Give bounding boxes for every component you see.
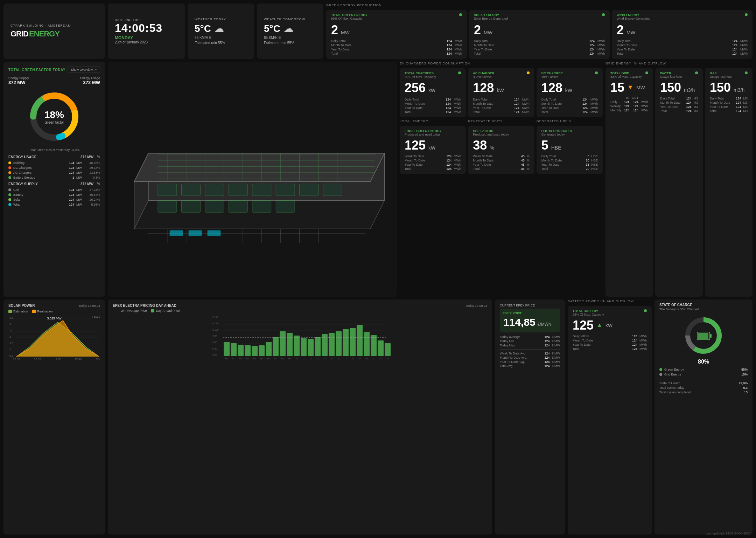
local-energy-section-title: LOCAL ENERGY	[400, 119, 466, 123]
hbe-factor-value: 38	[473, 138, 487, 152]
epex-price-unit: €/MWh	[538, 322, 551, 327]
gas-card: GAS Usage last hour 150 m3/h Daily Total…	[705, 68, 752, 297]
footer-last-updated: Last updated: 14:00 04-04-2023	[706, 532, 750, 535]
svg-rect-50	[189, 230, 202, 236]
usage-value: 372 MW	[80, 80, 100, 85]
svg-rect-105	[343, 329, 349, 356]
building-visual-panel	[108, 62, 397, 297]
epex-chart: € 147 € 120 € 100 € 80 € 60 € 40 € 20	[113, 315, 487, 361]
battery-dot	[8, 176, 11, 179]
local-green-energy-card: LOCAL GREEN ENERGY Produced and used tod…	[400, 126, 466, 174]
svg-text:00: 00	[225, 358, 228, 360]
svg-text:05: 05	[260, 358, 263, 360]
gas-value: 150	[710, 81, 731, 95]
svg-rect-98	[294, 336, 300, 356]
gas-unit: m3/h	[734, 87, 744, 93]
svg-text:1: 1	[9, 348, 11, 351]
svg-rect-104	[336, 331, 342, 356]
yesterday-result: Total Green Result Yesterday 93,2%	[8, 148, 100, 152]
wind-value: 2	[617, 24, 624, 36]
svg-text:04: 04	[253, 358, 256, 360]
solar-title: SOLAR ENERGY	[474, 13, 508, 17]
realisation-color	[32, 310, 36, 313]
svg-rect-51	[208, 230, 221, 236]
svg-text:€ 40: € 40	[212, 347, 217, 350]
svg-text:07:00: 07:00	[34, 358, 41, 361]
dc-charger-stats: Daily Total124MWh Month To Date124MWh Ye…	[541, 98, 598, 114]
total-grid-value: 15	[610, 81, 624, 95]
hbe-factor-stats: Week To Date45% Month To Date45% Year To…	[473, 154, 529, 171]
svg-rect-27	[205, 184, 224, 196]
hbe-cert-stats: Daily Total5HBE Month To Date10HBE Year …	[541, 154, 598, 171]
water-title: WATER	[660, 71, 682, 75]
svg-rect-31	[300, 184, 318, 196]
supply-wind: Wind 124 MW 5,95%	[8, 203, 100, 206]
day-label: MONDAY	[115, 35, 178, 40]
hbe-cert-section-title: GENERATED HBE'S	[537, 119, 603, 123]
weather-tomorrow-temp: 5°C ☁	[264, 23, 316, 34]
svg-rect-93	[259, 345, 265, 356]
svg-rect-30	[276, 184, 295, 196]
cycles-today-value: 0,3	[738, 386, 748, 389]
solar-legend: Estimation Realisation	[8, 310, 100, 313]
weather-today-title: WEATHER TODAY	[195, 18, 247, 21]
water-stats: Daily Total124M3 Month To Date124M3 Year…	[660, 97, 698, 113]
svg-rect-28	[229, 184, 248, 196]
tc-status-dot	[458, 71, 461, 74]
svg-marker-8	[134, 153, 385, 181]
water-card: WATER Usage last hour 150 m3/h Daily Tot…	[655, 68, 703, 297]
svg-text:0,5: 0,5	[9, 354, 14, 357]
svg-rect-111	[385, 343, 391, 356]
up-arrow-icon: ▲	[596, 322, 603, 329]
svg-rect-94	[266, 342, 272, 356]
down-arrow-icon: ▼	[627, 84, 634, 91]
legend-24h-avg: 24h Average Price	[113, 309, 147, 312]
svg-rect-90	[238, 345, 244, 356]
svg-text:19: 19	[358, 358, 361, 360]
svg-text:15: 15	[330, 358, 333, 360]
gas-stats: Daily Total124M3 Month To Date124M3 Year…	[710, 97, 748, 113]
green-factor-card: TOTAL GREEN FACTOR TODAY Show Overview ↗…	[4, 62, 105, 297]
svg-text:11: 11	[302, 358, 305, 360]
usage-dc-chargers: DC Chargers 124 MW 29,34%	[8, 166, 100, 170]
svg-text:3,5: 3,5	[9, 316, 14, 319]
svg-text:10: 10	[295, 358, 298, 360]
status-dot-solar	[602, 13, 605, 16]
status-dot-green	[459, 13, 462, 16]
total-green-energy-card: TOTAL GREEN ENERGY 99% Of Max. Capacity …	[326, 10, 467, 59]
total-battery-value: 125	[573, 318, 594, 332]
svg-text:12: 12	[309, 358, 312, 360]
usage-label: Energy Usage	[80, 76, 100, 80]
cloud-icon: ☁	[215, 23, 224, 34]
svg-text:09: 09	[288, 358, 291, 360]
total-battery-stats: Daily Inflow124MWh Month To Date124MWh Y…	[573, 334, 647, 351]
svg-text:06: 06	[267, 358, 270, 360]
supply-label: Energy Supply	[8, 76, 29, 80]
estimation-color	[8, 310, 12, 313]
grid-inoutflow-title: GRID ENERGY IN- AND OUTFLOW	[606, 62, 752, 65]
dc-charger-subtitle: 10/12 active	[541, 75, 563, 79]
datetime-card: DATE AND TIME 14:00:53 MONDAY 23th of Ja…	[108, 4, 185, 59]
svg-rect-100	[308, 339, 314, 356]
total-chargers-title: TOTAL CHARGERS	[405, 71, 436, 75]
donut-factor-label: Green factor	[44, 120, 64, 124]
ev-chargers-title: EV CHARGERS POWER CONSUMPTION	[400, 62, 603, 65]
show-overview-button[interactable]: Show Overview ↗	[68, 67, 100, 73]
dc-chargers-dot	[8, 166, 11, 169]
state-of-charge-card: STATE OF CHARGE The Battery is 80% Charg…	[654, 299, 752, 534]
charge-donut	[659, 315, 748, 357]
green-energy-legend: Green Energy 85%	[659, 368, 748, 371]
legend-estimation: Estimation	[8, 310, 28, 313]
hbe-cert-subtitle: Generated today	[541, 133, 598, 136]
wind-subtitle: Wind Energy Generated	[617, 17, 651, 20]
svg-text:€ 20: € 20	[212, 354, 217, 356]
svg-rect-95	[273, 337, 279, 356]
donut-chart: 18% Green factor	[8, 89, 100, 145]
ac-charger-subtitle: 30/200 active	[473, 75, 494, 79]
epex-chart-svg: € 147 € 120 € 100 € 80 € 60 € 40 € 20	[113, 315, 487, 360]
soc-subtitle: The Battery is 80% Charged	[659, 308, 748, 311]
water-value: 150	[660, 81, 681, 95]
svg-text:02:00: 02:00	[13, 358, 20, 361]
energy-usage-title: ENERGY USAGE 372 MW %	[8, 155, 100, 159]
weather-tomorrow-wind: 65 KM/H E	[264, 36, 316, 40]
